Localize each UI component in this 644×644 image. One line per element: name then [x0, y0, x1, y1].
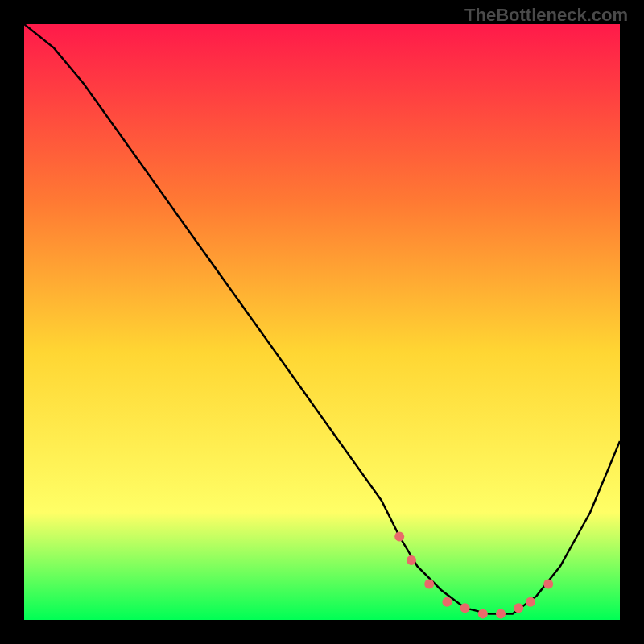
marker-dot	[514, 603, 523, 613]
gradient-background	[24, 24, 620, 620]
marker-dot	[543, 580, 553, 589]
marker-dot	[424, 580, 434, 589]
marker-dot	[496, 609, 506, 619]
bottleneck-chart	[24, 24, 620, 620]
marker-dot	[478, 609, 488, 619]
watermark-text: TheBottleneck.com	[464, 5, 628, 26]
marker-dot	[526, 597, 535, 607]
marker-dot	[407, 555, 416, 565]
marker-dot	[394, 531, 404, 541]
marker-dot	[460, 603, 470, 613]
chart-area	[24, 24, 620, 620]
marker-dot	[442, 597, 452, 607]
